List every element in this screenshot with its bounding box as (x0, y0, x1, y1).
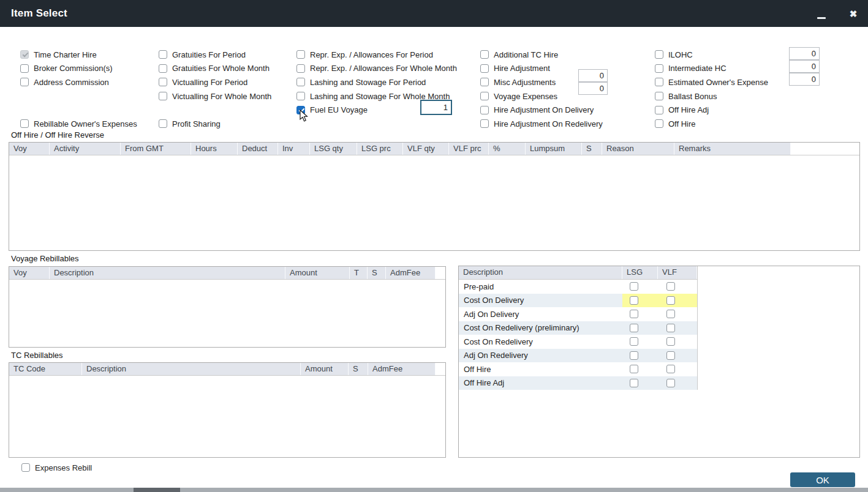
fuel-eu-voyage-input[interactable] (420, 100, 452, 115)
column-header: S (349, 363, 368, 375)
lsg-checkbox[interactable] (630, 365, 638, 373)
checkbox-label: Ballast Bonus (668, 92, 717, 101)
checkbox-item: Hire Adjustment On Delivery (480, 103, 603, 117)
intermediate-hc-input[interactable] (789, 60, 820, 73)
checkbox[interactable] (480, 106, 489, 114)
close-button[interactable]: ✖ (845, 6, 861, 22)
checkbox[interactable] (296, 50, 305, 59)
lsg-checkbox[interactable] (630, 337, 638, 346)
checkbox[interactable] (655, 119, 663, 128)
checkbox[interactable] (20, 78, 29, 86)
row-description: Off Hire (459, 365, 622, 374)
checkbox[interactable] (159, 92, 167, 100)
checkbox[interactable] (159, 78, 167, 86)
lsg-checkbox[interactable] (630, 379, 638, 387)
expenses-rebill-checkbox[interactable] (21, 463, 30, 472)
vlf-checkbox[interactable] (666, 365, 675, 373)
lsg-checkbox[interactable] (630, 296, 638, 305)
vlf-checkbox[interactable] (666, 324, 675, 332)
checkbox-label: Fuel EU Voyage (310, 105, 368, 114)
lsg-checkbox[interactable] (630, 310, 638, 318)
checkbox[interactable] (480, 78, 489, 86)
lsg-vlf-row: Off Hire (459, 362, 697, 376)
row-description: Cost On Redelivery (459, 337, 622, 346)
vlf-cell (658, 294, 697, 308)
misc-adjustments-input[interactable] (578, 69, 608, 82)
checkbox[interactable] (20, 119, 29, 128)
row-description: Cost On Redelivery (preliminary) (459, 323, 622, 332)
checkbox-item: Time Charter Hire (20, 48, 137, 62)
checkbox[interactable] (655, 78, 663, 86)
checkbox-column-5: ILOHC Intermediate HC Estimated Owner's … (655, 48, 768, 131)
column-header: LSG prc (357, 143, 403, 155)
checkbox[interactable] (159, 50, 167, 59)
lsg-vlf-row: Cost On Delivery (459, 294, 697, 308)
checkbox[interactable] (480, 50, 489, 59)
checkbox-label: Victualling For Period (172, 78, 247, 87)
checkbox-item: Victualling For Whole Month (159, 89, 271, 103)
checkbox[interactable] (159, 119, 167, 128)
title-bar: Item Select ✖ (0, 0, 868, 27)
checkbox-label: Hire Adjustment On Redelivery (494, 119, 603, 129)
column-header: From GMT (121, 143, 191, 155)
checkbox-item: Broker Commission(s) (20, 62, 137, 76)
lsg-vlf-row: Adj On Redelivery (459, 349, 697, 363)
row-description: Off Hire Adj (459, 378, 622, 387)
checkbox-label: Off Hire Adj (668, 105, 709, 114)
ok-button[interactable]: OK (790, 472, 855, 487)
checkbox[interactable] (296, 92, 305, 100)
vlf-checkbox[interactable] (666, 351, 675, 360)
checkbox-column-1: Time Charter Hire Broker Commission(s) A… (20, 48, 137, 131)
checkbox-column-2: Gratuities For Period Gratuities For Who… (159, 48, 271, 131)
checkbox-label: Lashing and Stowage For Period (310, 78, 426, 87)
voyage-rebillables-header: VoyDescriptionAmountTSAdmFee (9, 267, 445, 280)
checkbox[interactable] (159, 64, 167, 73)
row-description: Pre-paid (459, 282, 622, 291)
voyage-rebillables-label: Voyage Rebillables (11, 254, 79, 263)
lsg-checkbox[interactable] (630, 324, 638, 332)
checkbox[interactable] (296, 64, 305, 73)
ilohc-input[interactable] (789, 47, 820, 60)
checkbox-label: Hire Adjustment (494, 64, 550, 73)
column-header: Amount (301, 363, 349, 375)
checkbox-item: Off Hire Adj (655, 103, 768, 117)
estimated-owners-expense-input[interactable] (789, 73, 820, 86)
checkbox-label: Additional TC Hire (494, 50, 558, 59)
lsg-vlf-row: Adj On Delivery (459, 307, 697, 321)
column-header: % (489, 143, 526, 155)
checkbox-label: Time Charter Hire (34, 50, 97, 59)
vlf-checkbox[interactable] (666, 337, 675, 346)
voyage-expenses-input[interactable] (578, 82, 608, 95)
column-header: Description (82, 363, 301, 375)
checkbox[interactable] (655, 50, 663, 59)
lsg-cell (622, 376, 658, 390)
checkbox-item: Intermediate HC (655, 62, 768, 76)
lsg-checkbox[interactable] (630, 351, 638, 360)
minimize-button[interactable] (813, 6, 829, 22)
checkbox[interactable] (655, 106, 663, 114)
checkbox-item: Rebillable Owner's Expenses (20, 117, 137, 131)
checkbox[interactable] (480, 119, 489, 128)
checkbox-item: Estimated Owner's Expense (655, 75, 768, 89)
checkbox-label: Broker Commission(s) (34, 64, 113, 73)
checkbox[interactable] (480, 64, 489, 73)
checkbox[interactable] (20, 64, 29, 73)
checkbox[interactable] (480, 92, 489, 100)
checkbox[interactable] (20, 50, 29, 59)
vlf-checkbox[interactable] (666, 310, 675, 318)
checkbox[interactable] (655, 92, 663, 100)
lsg-checkbox[interactable] (630, 282, 638, 291)
column-header: Lumpsum (526, 143, 582, 155)
checkbox[interactable] (655, 64, 663, 73)
column-header: AdmFee (368, 363, 436, 375)
vlf-checkbox[interactable] (666, 282, 675, 291)
vlf-checkbox[interactable] (666, 379, 675, 387)
column-header: VLF (658, 266, 697, 279)
column-header: S (368, 267, 386, 279)
checkbox-item: Hire Adjustment On Redelivery (480, 117, 603, 131)
column-header: VLF prc (449, 143, 489, 155)
item-select-dialog: Item Select ✖ Time Charter Hire Broker C… (0, 0, 868, 492)
lsg-vlf-row: Off Hire Adj (459, 376, 697, 390)
checkbox[interactable] (296, 78, 305, 86)
vlf-checkbox[interactable] (666, 296, 675, 305)
